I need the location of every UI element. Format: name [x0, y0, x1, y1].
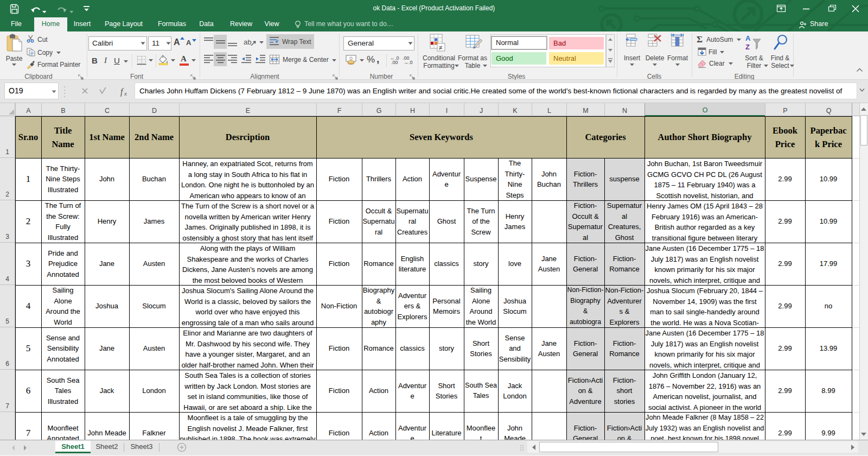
- svg-text:A: A: [745, 34, 751, 42]
- svg-text:.00: .00: [391, 60, 398, 65]
- svg-text:f: f: [120, 87, 124, 97]
- svg-text:x: x: [124, 90, 127, 97]
- svg-text:≠: ≠: [439, 44, 443, 52]
- svg-text:ab: ab: [244, 38, 251, 46]
- svg-text:Z: Z: [745, 43, 750, 51]
